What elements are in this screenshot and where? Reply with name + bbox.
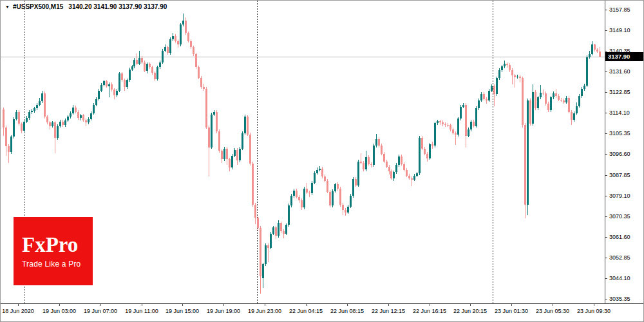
candle [46, 117, 48, 122]
candle [416, 173, 418, 176]
candle [44, 93, 46, 117]
candle [308, 193, 310, 193]
candle [98, 91, 100, 99]
candlestick-chart[interactable]: 3157.853149.103140.353131.603122.853114.… [1, 1, 644, 322]
candle [486, 99, 488, 100]
candle [388, 167, 390, 171]
time-axis-label: 23 Jun 09:30 [577, 308, 611, 314]
candle [177, 41, 179, 44]
candle [275, 227, 277, 236]
candle [278, 223, 279, 236]
candle [553, 93, 554, 97]
candle [5, 128, 7, 146]
candle [272, 227, 274, 234]
candle [185, 21, 187, 33]
time-axis-label: 19 Jun 03:00 [43, 308, 76, 314]
candle [363, 163, 365, 169]
candle [239, 149, 241, 160]
candle [550, 97, 552, 110]
candle [70, 113, 71, 117]
candle [113, 90, 115, 95]
price-axis-label: 3079.10 [609, 193, 630, 199]
candle [311, 183, 313, 193]
candle [23, 122, 25, 131]
candle [28, 112, 30, 118]
candle [39, 101, 41, 105]
candle [437, 121, 439, 123]
time-axis-label: 23 Jun 05:30 [536, 308, 569, 314]
candle [386, 162, 388, 167]
candle [442, 122, 444, 124]
candle [3, 109, 5, 128]
candle [501, 66, 503, 70]
symbol-marker-icon[interactable]: ▼ [5, 5, 10, 9]
candle [390, 171, 392, 178]
candle [198, 67, 200, 78]
candle [506, 64, 508, 65]
candle [57, 126, 59, 138]
candle [180, 24, 182, 44]
candle [411, 178, 413, 180]
candle [41, 93, 43, 101]
candle [229, 159, 231, 167]
candle [288, 205, 290, 225]
candle [571, 112, 573, 120]
price-axis-label: 3087.85 [609, 172, 630, 178]
candle [460, 107, 462, 118]
candle [480, 94, 482, 100]
candle [270, 234, 272, 248]
candle [182, 21, 184, 24]
candle [154, 73, 156, 79]
candle [578, 96, 580, 106]
price-axis-label: 3122.85 [609, 89, 630, 95]
candle [31, 111, 33, 112]
candle [455, 133, 457, 135]
candle [408, 176, 410, 178]
candle [360, 162, 362, 163]
candle [283, 231, 285, 234]
candle [90, 113, 92, 119]
candle [15, 112, 17, 119]
candle [457, 118, 459, 135]
candle [519, 77, 521, 78]
candle [167, 47, 169, 53]
candle [350, 196, 352, 207]
trading-chart-window: 3157.853149.103140.353131.603122.853114.… [0, 0, 644, 322]
candle [10, 137, 12, 152]
candle [221, 151, 223, 159]
candle [190, 41, 192, 47]
candle [434, 123, 436, 146]
candle [444, 124, 446, 125]
candle [475, 108, 477, 126]
candle [205, 89, 207, 128]
candle [95, 99, 97, 105]
price-axis-label: 3096.60 [609, 151, 630, 157]
candle [136, 60, 138, 64]
candle [431, 144, 433, 146]
candle [306, 189, 308, 193]
candle [468, 129, 469, 136]
candle [406, 170, 408, 176]
candle [80, 115, 82, 118]
candle [381, 146, 383, 154]
candle [316, 170, 318, 173]
candle [106, 81, 108, 86]
candle [403, 164, 405, 170]
candle [565, 98, 567, 102]
candle [347, 207, 349, 213]
candle [280, 223, 282, 231]
candle [211, 115, 213, 147]
price-axis-label: 3149.10 [609, 27, 630, 33]
candle [159, 62, 161, 67]
candle [146, 64, 148, 71]
candle [62, 122, 64, 125]
candle [355, 179, 357, 185]
candle [85, 120, 87, 122]
candle [332, 191, 334, 205]
price-axis-label: 3114.10 [609, 109, 630, 116]
candle [208, 128, 210, 147]
candle [324, 176, 326, 181]
candle [375, 139, 377, 146]
candle [547, 104, 549, 110]
candle [247, 117, 249, 135]
